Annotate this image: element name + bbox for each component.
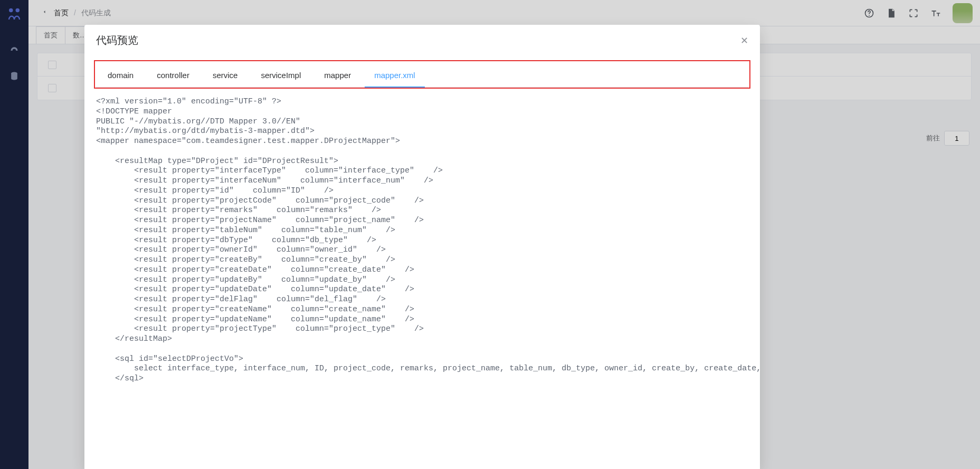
tab-domain[interactable]: domain (96, 63, 145, 87)
tab-controller[interactable]: controller (145, 63, 201, 87)
tab-service[interactable]: service (201, 63, 250, 87)
file-tabs-highlight-frame: domain controller service serviceImpl ma… (94, 60, 750, 89)
tab-serviceimpl[interactable]: serviceImpl (249, 63, 312, 87)
code-content: <?xml version="1.0" encoding="UTF-8" ?> … (96, 97, 748, 384)
file-tabs: domain controller service serviceImpl ma… (96, 61, 748, 88)
tab-mapper[interactable]: mapper (312, 63, 363, 87)
code-preview-modal: 代码预览 ✕ domain controller service service… (84, 25, 760, 469)
code-preview-area[interactable]: <?xml version="1.0" encoding="UTF-8" ?> … (84, 89, 760, 469)
close-icon[interactable]: ✕ (740, 35, 748, 46)
modal-title: 代码预览 (96, 33, 138, 47)
tab-mapper-xml[interactable]: mapper.xml (363, 63, 427, 87)
